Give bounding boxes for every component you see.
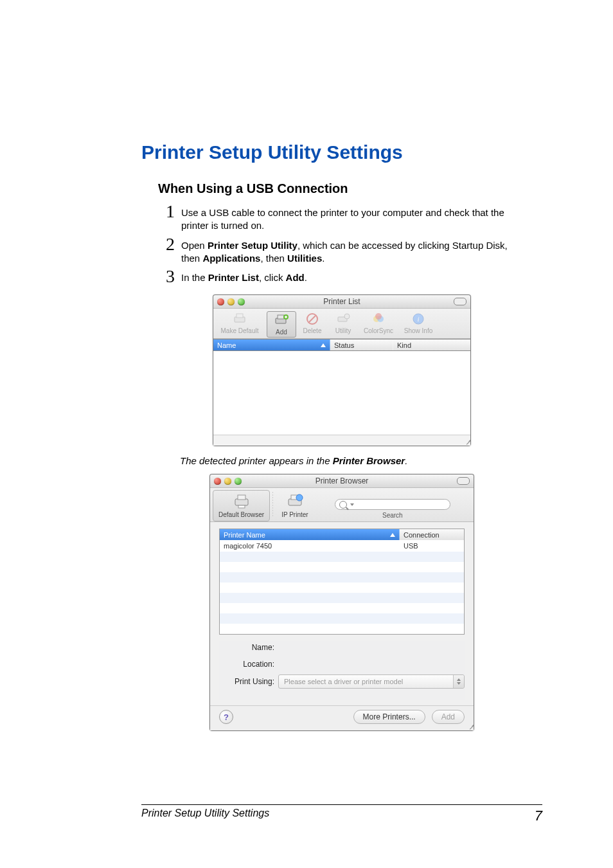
add-button[interactable]: Add [432,710,465,724]
bottom-row: ? More Printers... Add [210,705,474,730]
step-number: 1 [158,203,175,221]
printer-list-window: Printer List Make Default Add Delete [213,294,471,446]
more-printers-button[interactable]: More Printers... [353,710,425,724]
column-headers[interactable]: Printer Name Connection [220,529,464,540]
show-info-button[interactable]: i Show Info [398,311,438,338]
printer-icon [216,311,263,327]
row-stripe [220,603,464,613]
page-title: Printer Setup Utility Settings [141,141,542,163]
cell-name: magicolor 7450 [220,540,400,552]
status-bar [213,435,470,446]
print-using-label: Print Using: [219,677,278,686]
cell-connection: USB [400,540,464,552]
label: Show Info [404,327,432,334]
window-title: Printer List [213,297,470,306]
section-heading: When Using a USB Connection [158,181,542,196]
bold: Add [286,272,305,283]
label: Printer Name [224,531,265,539]
label: ColorSync [364,327,393,334]
minimize-icon[interactable] [224,478,231,485]
search-input[interactable] [335,499,450,510]
tab-default-browser[interactable]: Default Browser [213,490,270,521]
text: In the [181,272,208,283]
bold: Utilities [287,253,322,264]
page-footer: Printer Setup Utility Settings 7 [141,804,542,824]
row-stripe [220,624,464,634]
help-icon: ? [224,712,229,722]
bold: Printer Browser [333,455,405,466]
column-kind[interactable]: Kind [393,339,470,350]
step-text: Use a USB cable to connect the printer t… [181,203,509,233]
text: The detected printer appears in the [180,455,333,466]
text: . [405,455,407,466]
location-field[interactable] [278,658,465,671]
location-label: Location: [219,660,278,669]
select-stepper-icon [453,675,464,688]
table-row[interactable]: magicolor 7450 USB [220,540,464,552]
svg-rect-3 [278,315,284,319]
search-area: Search [314,499,471,521]
print-using-select[interactable]: Please select a driver or printer model [278,674,465,689]
row-stripe [220,562,464,572]
label: Name [217,341,236,349]
step-text: In the Printer List, click Add. [181,267,307,284]
row-stripe [220,613,464,624]
label: More Printers... [363,712,416,721]
titlebar[interactable]: Printer Browser [210,475,474,488]
button-group: More Printers... Add [353,710,465,724]
text: . [305,272,307,283]
text: , click [259,272,286,283]
name-label: Name: [219,643,278,652]
column-connection[interactable]: Connection [400,529,464,540]
ip-printer-icon [281,492,308,511]
name-field[interactable] [278,641,465,654]
close-icon[interactable] [217,298,224,305]
delete-icon [299,311,325,327]
zoom-icon[interactable] [238,298,245,305]
text: . [322,253,324,264]
add-button[interactable]: Add [267,311,296,338]
label: Utility [335,327,351,334]
svg-line-6 [309,316,315,322]
close-icon[interactable] [214,478,221,485]
column-status[interactable]: Status [330,339,393,350]
row-stripe [220,572,464,583]
svg-rect-1 [236,314,243,318]
titlebar[interactable]: Printer List [213,295,470,309]
window-controls [214,478,242,485]
column-name[interactable]: Name [213,339,330,350]
window-controls [217,298,245,305]
svg-rect-15 [238,495,245,500]
colorsync-button[interactable]: ColorSync [359,311,398,338]
page-number: 7 [535,808,542,824]
make-default-button[interactable]: Make Default [213,311,266,338]
default-browser-icon [218,492,264,511]
step-text: Open Printer Setup Utility, which can be… [181,235,509,266]
utility-button[interactable]: Utility [328,311,359,338]
step-2: 2 Open Printer Setup Utility, which can … [158,235,542,266]
help-button[interactable]: ? [219,710,233,724]
zoom-icon[interactable] [235,478,242,485]
resize-handle-icon[interactable] [462,437,470,445]
resize-handle-icon[interactable] [465,722,473,730]
bold: Printer List [208,272,259,283]
toolbar-toggle-icon[interactable] [457,477,470,485]
svg-point-11 [375,313,382,320]
sort-asc-icon [390,533,395,537]
chevron-down-icon [350,503,354,506]
form-row-name: Name: [219,641,465,654]
column-printer-name[interactable]: Printer Name [220,529,400,540]
minimize-icon[interactable] [227,298,235,305]
bold: Applications [202,253,260,264]
delete-button[interactable]: Delete [297,311,328,338]
step-number: 2 [158,235,175,253]
svg-text:i: i [417,315,419,323]
search-icon [339,501,347,509]
label: Make Default [221,327,259,334]
column-headers[interactable]: Name Status Kind [213,339,470,351]
toolbar-toggle-icon[interactable] [454,298,466,305]
tab-ip-printer[interactable]: IP Printer [276,490,314,521]
text: Open [181,240,208,251]
step-3: 3 In the Printer List, click Add. [158,267,542,285]
footer-text: Printer Setup Utility Settings [141,808,269,824]
